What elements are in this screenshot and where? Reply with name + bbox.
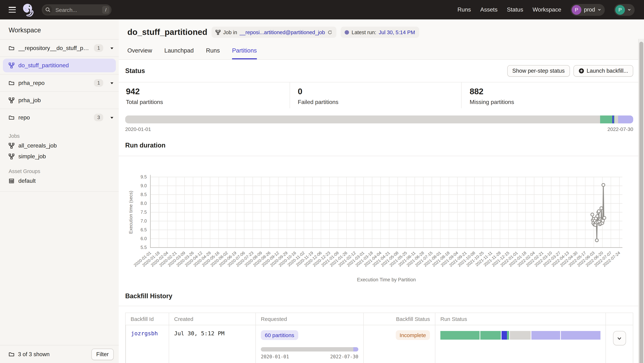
workspace-sidebar: Workspace __repository__do_stuff_partiti… [0, 20, 119, 363]
folder-icon [9, 45, 14, 51]
table-row-cell-created: Jul 30, 5:12 PM [169, 325, 256, 363]
stat-missing-partitions: 882 Missing partitions [462, 82, 633, 108]
svg-text:9.5: 9.5 [140, 174, 147, 179]
sidebar-item-repository-do-stuff[interactable]: __repository__do_stuff_partitio… 1 [0, 40, 119, 57]
sidebar-title: Workspace [0, 20, 119, 40]
col-requested: Requested [256, 313, 363, 325]
hamburger-menu-icon[interactable] [9, 7, 16, 12]
sidebar-item-label: prha_repo [18, 80, 90, 86]
requested-partitions-badge[interactable]: 60 partitions [261, 330, 298, 340]
job-icon [216, 30, 221, 35]
stat-total-partitions: 942 Total partitions [125, 82, 290, 108]
sidebar-item-prha-job[interactable]: prha_job [0, 92, 119, 109]
show-per-step-status-button[interactable]: Show per-step status [507, 65, 570, 77]
scrollbar-thumb[interactable] [639, 42, 643, 363]
folder-icon [9, 351, 14, 357]
requested-range-end: 2022-07-30 [330, 354, 358, 360]
nav-link-status[interactable]: Status [507, 6, 523, 13]
jobs-section-label: Jobs [0, 130, 119, 140]
folder-icon [9, 114, 14, 120]
svg-text:8.5: 8.5 [140, 192, 147, 197]
svg-text:8.0: 8.0 [140, 201, 147, 206]
sidebar-footer: 3 of 3 shown Filter [0, 345, 119, 363]
bar-segment [261, 347, 354, 352]
tab-partitions[interactable]: Partitions [232, 47, 257, 59]
sidebar-item-label: repo [18, 114, 90, 121]
col-actions [606, 313, 633, 325]
deployment-switcher[interactable]: P prod [570, 4, 605, 16]
sidebar-item-label: do_stuff_partitioned [18, 62, 69, 69]
run-status-bar[interactable] [440, 331, 600, 340]
bar-segment [507, 331, 509, 340]
sidebar-item-label: prha_job [18, 97, 114, 104]
backfill-id-link[interactable]: jozrgsbh [131, 330, 158, 337]
repos-shown-count: 3 of 3 shown [18, 351, 88, 358]
job-origin-link[interactable]: __reposi...artitioned@partitioned_job [240, 29, 325, 35]
caret-down-icon[interactable] [110, 82, 114, 84]
sidebar-item-label: simple_job [18, 153, 46, 160]
bar-segment [600, 116, 612, 124]
vertical-scrollbar[interactable] [638, 39, 644, 363]
asset-group-icon [9, 178, 14, 184]
chevron-down-icon [628, 8, 631, 12]
launch-backfill-button[interactable]: Launch backfill... [573, 65, 633, 77]
nav-link-workspace[interactable]: Workspace [532, 6, 561, 13]
user-menu[interactable]: P [614, 4, 635, 16]
partition-range-start: 2020-01-01 [125, 126, 151, 132]
chevron-down-icon [598, 8, 601, 12]
sidebar-item-label: __repository__do_stuff_partitio… [18, 45, 90, 51]
job-tag-prefix: Job in [223, 29, 237, 35]
job-tabs: Overview Launchpad Runs Partitions [127, 47, 635, 59]
status-heading: Status [125, 67, 507, 75]
page-title: do_stuff_partitioned [127, 27, 208, 37]
nav-link-runs[interactable]: Runs [458, 6, 471, 13]
partition-status-bar[interactable] [125, 116, 633, 124]
bar-segment [440, 331, 480, 340]
expand-row-button[interactable] [613, 331, 626, 345]
tab-overview[interactable]: Overview [127, 47, 152, 59]
svg-text:Execution Time by Partition: Execution Time by Partition [357, 277, 416, 282]
search-shortcut-key: / [102, 6, 109, 14]
dagster-logo[interactable] [22, 3, 34, 16]
folder-icon [9, 80, 14, 86]
user-avatar: P [615, 5, 625, 14]
nav-link-assets[interactable]: Assets [480, 6, 498, 13]
global-search[interactable]: / [42, 4, 112, 15]
filter-button[interactable]: Filter [91, 348, 114, 360]
caret-down-icon[interactable] [110, 116, 114, 119]
col-backfill-id: Backfill Id [126, 313, 169, 325]
partition-stats: 942 Total partitions 0 Failed partitions… [125, 82, 633, 108]
requested-range-start: 2020-01-01 [261, 354, 289, 360]
repo-count-badge: 1 [94, 44, 103, 52]
bar-segment [480, 331, 501, 340]
sidebar-item-repo[interactable]: repo 3 [0, 109, 119, 126]
tab-runs[interactable]: Runs [206, 47, 220, 59]
latest-run-link[interactable]: Jul 30, 5:14 PM [379, 29, 415, 35]
reload-icon[interactable] [328, 30, 332, 35]
svg-text:6.0: 6.0 [140, 236, 147, 241]
latest-run-tag: Latest run: Jul 30, 5:14 PM [341, 26, 419, 38]
partition-range-end: 2022-07-30 [608, 126, 633, 132]
col-backfill-status: Backfill Status [363, 313, 435, 325]
run-duration-heading: Run duration [125, 142, 633, 149]
sidebar-item-prha-repo[interactable]: prha_repo 1 [0, 74, 119, 92]
requested-range-bar [261, 347, 358, 352]
sidebar-item-all-cereals-job[interactable]: all_cereals_job [0, 140, 119, 151]
svg-text:9.0: 9.0 [140, 183, 147, 188]
top-navbar: / Runs Assets Status Workspace P prod P [0, 0, 644, 20]
caret-down-icon[interactable] [110, 46, 114, 50]
search-input[interactable] [55, 6, 96, 13]
job-icon [9, 62, 14, 68]
sidebar-item-do-stuff-partitioned[interactable]: do_stuff_partitioned [3, 59, 116, 72]
sidebar-item-simple-job[interactable]: simple_job [0, 151, 119, 162]
table-row-cell-id: jozrgsbh [126, 325, 169, 363]
bar-segment [532, 331, 560, 340]
job-header: do_stuff_partitioned Job in __reposi...a… [119, 20, 644, 60]
col-run-status: Run Status [435, 313, 606, 325]
sidebar-item-label: default [18, 178, 36, 184]
backfill-history-table: Backfill Id Created Requested Backfill S… [125, 313, 633, 363]
sidebar-item-default-asset-group[interactable]: default [0, 176, 119, 186]
job-origin-tag: Job in __reposi...artitioned@partitioned… [212, 26, 336, 38]
tab-launchpad[interactable]: Launchpad [164, 47, 194, 59]
svg-text:7.0: 7.0 [140, 218, 147, 224]
